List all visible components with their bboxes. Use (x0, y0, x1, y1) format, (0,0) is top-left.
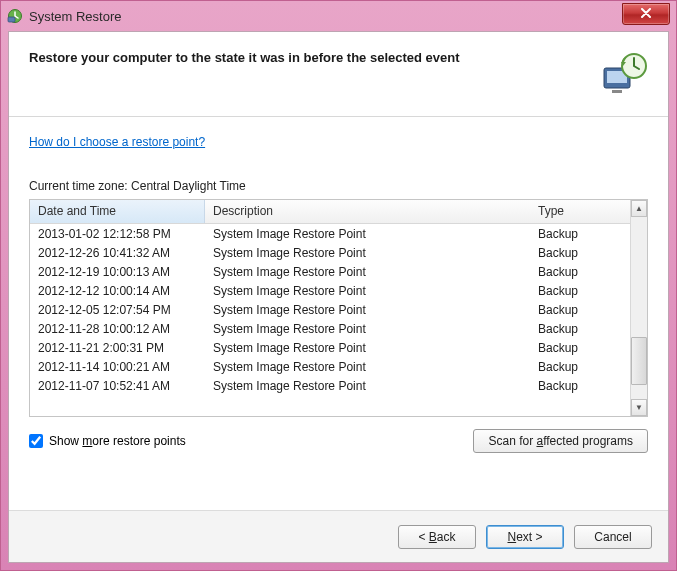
cell-description: System Image Restore Point (205, 246, 530, 260)
list-rows: 2013-01-02 12:12:58 PMSystem Image Resto… (30, 224, 630, 395)
show-more-label: Show more restore points (49, 434, 186, 448)
cell-datetime: 2012-11-21 2:00:31 PM (30, 341, 205, 355)
svg-rect-1 (8, 17, 15, 22)
scroll-thumb[interactable] (631, 337, 647, 385)
cell-type: Backup (530, 379, 630, 393)
cell-type: Backup (530, 246, 630, 260)
table-row[interactable]: 2012-12-05 12:07:54 PMSystem Image Resto… (30, 300, 630, 319)
cell-description: System Image Restore Point (205, 303, 530, 317)
cell-description: System Image Restore Point (205, 284, 530, 298)
cell-type: Backup (530, 284, 630, 298)
scroll-track[interactable] (631, 217, 647, 399)
below-list: Show more restore points Scan for affect… (29, 429, 648, 453)
show-more-checkbox[interactable] (29, 434, 43, 448)
close-icon (640, 7, 652, 21)
column-header-datetime[interactable]: Date and Time (30, 200, 205, 223)
main-instruction: Restore your computer to the state it wa… (29, 50, 590, 65)
cell-datetime: 2012-12-19 10:00:13 AM (30, 265, 205, 279)
cell-datetime: 2013-01-02 12:12:58 PM (30, 227, 205, 241)
cell-datetime: 2012-11-07 10:52:41 AM (30, 379, 205, 393)
wizard-footer: < Back Next > Cancel (9, 510, 668, 562)
close-button[interactable] (622, 3, 670, 25)
cell-description: System Image Restore Point (205, 379, 530, 393)
svg-rect-4 (612, 90, 622, 93)
system-restore-icon (7, 8, 23, 24)
table-row[interactable]: 2012-11-07 10:52:41 AMSystem Image Resto… (30, 376, 630, 395)
window-title: System Restore (29, 9, 622, 24)
back-button[interactable]: < Back (398, 525, 476, 549)
table-row[interactable]: 2012-11-28 10:00:12 AMSystem Image Resto… (30, 319, 630, 338)
cell-type: Backup (530, 265, 630, 279)
cell-description: System Image Restore Point (205, 227, 530, 241)
chevron-up-icon: ▲ (635, 204, 643, 213)
header-area: Restore your computer to the state it wa… (9, 32, 668, 117)
cell-type: Backup (530, 360, 630, 374)
next-button[interactable]: Next > (486, 525, 564, 549)
cell-description: System Image Restore Point (205, 322, 530, 336)
cell-type: Backup (530, 303, 630, 317)
column-header-type[interactable]: Type (530, 200, 630, 223)
list-inner: Date and Time Description Type 2013-01-0… (30, 200, 630, 416)
cell-datetime: 2012-11-14 10:00:21 AM (30, 360, 205, 374)
content-area: How do I choose a restore point? Current… (9, 117, 668, 510)
table-row[interactable]: 2012-12-26 10:41:32 AMSystem Image Resto… (30, 243, 630, 262)
client-area: Restore your computer to the state it wa… (8, 31, 669, 563)
scroll-up-button[interactable]: ▲ (631, 200, 647, 217)
cell-datetime: 2012-11-28 10:00:12 AM (30, 322, 205, 336)
restore-header-icon (600, 50, 648, 98)
table-row[interactable]: 2012-12-12 10:00:14 AMSystem Image Resto… (30, 281, 630, 300)
cell-description: System Image Restore Point (205, 360, 530, 374)
system-restore-window: System Restore Restore your computer to … (0, 0, 677, 571)
titlebar: System Restore (1, 1, 676, 31)
cell-type: Backup (530, 341, 630, 355)
cell-type: Backup (530, 227, 630, 241)
table-row[interactable]: 2012-12-19 10:00:13 AMSystem Image Resto… (30, 262, 630, 281)
help-link[interactable]: How do I choose a restore point? (29, 135, 648, 149)
scan-affected-button[interactable]: Scan for affected programs (473, 429, 648, 453)
cancel-button[interactable]: Cancel (574, 525, 652, 549)
timezone-label: Current time zone: Central Daylight Time (29, 179, 648, 193)
cell-description: System Image Restore Point (205, 341, 530, 355)
cell-description: System Image Restore Point (205, 265, 530, 279)
chevron-down-icon: ▼ (635, 403, 643, 412)
scroll-down-button[interactable]: ▼ (631, 399, 647, 416)
table-row[interactable]: 2013-01-02 12:12:58 PMSystem Image Resto… (30, 224, 630, 243)
list-header: Date and Time Description Type (30, 200, 630, 224)
cell-type: Backup (530, 322, 630, 336)
show-more-checkbox-wrap[interactable]: Show more restore points (29, 434, 186, 448)
table-row[interactable]: 2012-11-14 10:00:21 AMSystem Image Resto… (30, 357, 630, 376)
cell-datetime: 2012-12-12 10:00:14 AM (30, 284, 205, 298)
cell-datetime: 2012-12-05 12:07:54 PM (30, 303, 205, 317)
table-row[interactable]: 2012-11-21 2:00:31 PMSystem Image Restor… (30, 338, 630, 357)
column-header-description[interactable]: Description (205, 200, 530, 223)
cell-datetime: 2012-12-26 10:41:32 AM (30, 246, 205, 260)
scrollbar[interactable]: ▲ ▼ (630, 200, 647, 416)
restore-point-list: Date and Time Description Type 2013-01-0… (29, 199, 648, 417)
